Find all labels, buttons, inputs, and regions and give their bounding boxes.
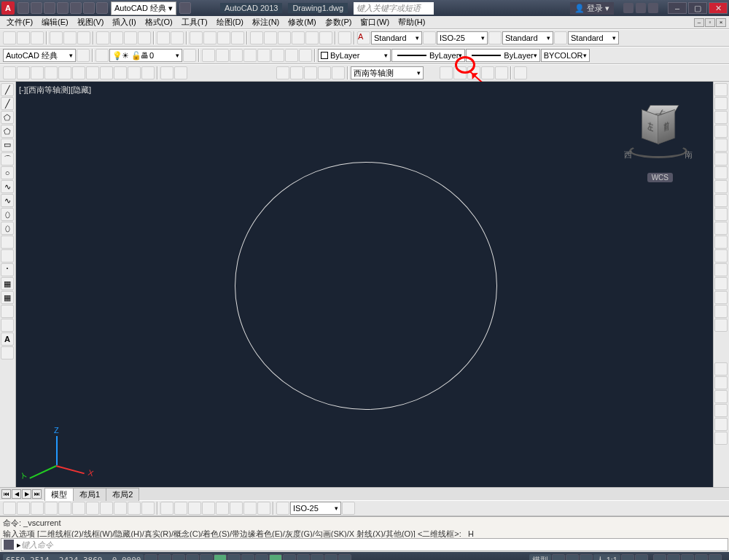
menu-modify[interactable]: 修改(M) xyxy=(284,16,320,28)
ucs-icon[interactable] xyxy=(31,421,89,480)
layer-uniso-icon[interactable] xyxy=(243,49,257,62)
tab-last-button[interactable]: ⏭ xyxy=(32,489,42,499)
dim-edit-icon[interactable] xyxy=(243,502,257,515)
sb-anno-scale-value[interactable]: 人 1:1 xyxy=(593,554,620,560)
pan2-icon[interactable] xyxy=(276,66,289,79)
circle-icon[interactable] xyxy=(1,166,14,179)
camera-icon[interactable] xyxy=(160,66,174,79)
sb-hardware-accel-icon[interactable] xyxy=(681,554,694,560)
tab-first-button[interactable]: ⏮ xyxy=(1,489,11,499)
table-icon[interactable] xyxy=(1,319,14,332)
revcloud-icon[interactable] xyxy=(1,180,14,193)
showmotion-icon[interactable] xyxy=(332,66,345,79)
sb-anno-vis-icon[interactable] xyxy=(621,554,634,560)
jog-line-icon[interactable] xyxy=(230,502,243,515)
dim-quick-icon[interactable] xyxy=(114,502,127,515)
ellipse-icon[interactable] xyxy=(1,208,14,221)
drawing-circle-object[interactable] xyxy=(235,162,497,410)
menu-insert[interactable]: 插入(I) xyxy=(109,16,139,28)
dim-linear-icon[interactable] xyxy=(3,502,16,515)
qat-more-icon[interactable] xyxy=(179,2,191,14)
rectangle-icon[interactable] xyxy=(1,139,14,152)
view-prev-icon[interactable] xyxy=(174,66,187,79)
sb-sc-icon[interactable] xyxy=(324,554,338,560)
dim-tedit-icon[interactable] xyxy=(257,502,270,515)
scale-icon[interactable] xyxy=(714,180,728,193)
dim-diameter-icon[interactable] xyxy=(86,502,99,515)
zoom2-icon[interactable] xyxy=(290,66,303,79)
exchange-a-icon[interactable] xyxy=(636,3,646,13)
polyline-icon[interactable] xyxy=(1,111,14,124)
mirror-icon[interactable] xyxy=(714,111,728,124)
plot-preview-icon[interactable] xyxy=(63,31,77,44)
menu-format[interactable]: 格式(O) xyxy=(141,16,176,28)
erase-icon[interactable] xyxy=(714,83,728,96)
dim-jogged-icon[interactable] xyxy=(72,502,85,515)
sb-snap-icon[interactable] xyxy=(158,554,171,560)
tab-model[interactable]: 模型 xyxy=(44,488,74,501)
command-window[interactable]: 命令: _vscurrent 输入选项 [二维线框(2)/线框(W)/隐藏(H)… xyxy=(0,516,729,551)
sb-tpy-icon[interactable] xyxy=(297,554,310,560)
view-ne-iso-icon[interactable] xyxy=(128,66,141,79)
dim-baseline-icon[interactable] xyxy=(128,502,141,515)
draworder4-icon[interactable] xyxy=(714,404,728,417)
sb-qp-icon[interactable] xyxy=(311,554,324,560)
draworder-icon[interactable] xyxy=(714,362,728,376)
arc-icon[interactable] xyxy=(1,152,14,166)
stretch-icon[interactable] xyxy=(714,194,728,207)
gradient-icon[interactable] xyxy=(1,291,14,304)
dim-continue-icon[interactable] xyxy=(141,502,155,515)
sb-quickview-dwgs-icon[interactable] xyxy=(566,554,579,560)
mdi-minimize-button[interactable]: – xyxy=(694,18,704,27)
layer-unlock-icon[interactable] xyxy=(299,49,312,62)
view-back-icon[interactable] xyxy=(86,66,99,79)
vs-2dwire-icon[interactable] xyxy=(440,66,453,79)
dim-arc-icon[interactable] xyxy=(31,502,44,515)
sb-model-button[interactable]: 模型 xyxy=(529,554,551,560)
exchange-help-icon[interactable] xyxy=(648,3,658,13)
tolerance-icon[interactable] xyxy=(188,502,201,515)
tab-next-button[interactable]: ▶ xyxy=(22,489,31,499)
table-style-dropdown[interactable]: Standard xyxy=(502,31,553,44)
text-style-icon[interactable]: A xyxy=(357,31,370,44)
view-top-icon[interactable] xyxy=(17,66,30,79)
qat-undo-icon[interactable] xyxy=(83,2,95,14)
layer-match-icon[interactable] xyxy=(216,49,229,62)
sb-dyn-icon[interactable] xyxy=(269,554,282,560)
rotate-icon[interactable] xyxy=(714,166,728,179)
workspace-selector[interactable]: AutoCAD 经典 xyxy=(3,49,76,62)
view-se-iso-icon[interactable] xyxy=(114,66,127,79)
layer-props-icon[interactable] xyxy=(95,49,109,62)
exchange-x-icon[interactable] xyxy=(623,3,634,13)
plotstyle-dropdown[interactable]: BYCOLOR xyxy=(541,49,590,62)
zoom-window-icon[interactable] xyxy=(217,31,230,44)
wcs-badge[interactable]: WCS xyxy=(647,173,673,182)
orbit-icon[interactable] xyxy=(304,66,317,79)
dim-radius-icon[interactable] xyxy=(58,502,71,515)
text-style-dropdown[interactable]: Standard xyxy=(371,31,422,44)
new-icon[interactable] xyxy=(3,31,16,44)
help-search-input[interactable]: 键入关键字或短语 xyxy=(354,2,434,15)
draworder5-icon[interactable] xyxy=(714,418,728,431)
sb-polar-icon[interactable] xyxy=(200,554,213,560)
sb-infer-icon[interactable] xyxy=(144,554,157,560)
insert-block-icon[interactable] xyxy=(1,236,14,249)
viewport-label[interactable]: [-][西南等轴测][隐藏] xyxy=(19,85,91,96)
sb-lwt-icon[interactable] xyxy=(283,554,296,560)
sb-grid-icon[interactable] xyxy=(172,554,185,560)
break-icon[interactable] xyxy=(714,249,728,262)
fillet-icon[interactable] xyxy=(714,291,728,304)
view-nw-iso-icon[interactable] xyxy=(141,66,155,79)
layer-previous-icon[interactable] xyxy=(183,49,196,62)
menu-window[interactable]: 窗口(W) xyxy=(356,16,393,28)
sheet-set-icon[interactable] xyxy=(292,31,305,44)
mleader-style-dropdown[interactable]: Standard xyxy=(568,31,619,44)
open-icon[interactable] xyxy=(17,31,30,44)
sb-ducs-icon[interactable] xyxy=(255,554,268,560)
linetype-dropdown[interactable]: ByLayer xyxy=(391,49,465,62)
coords-readout[interactable]: 6559.2514, 2424.3869, 0.0000 xyxy=(3,554,144,560)
drawing-area[interactable]: [-][西南等轴测][隐藏] 上 左 前 西 南 WCS xyxy=(16,82,713,487)
undo-icon[interactable] xyxy=(157,31,170,44)
spline-icon[interactable] xyxy=(1,194,14,207)
extend-icon[interactable] xyxy=(714,222,728,235)
